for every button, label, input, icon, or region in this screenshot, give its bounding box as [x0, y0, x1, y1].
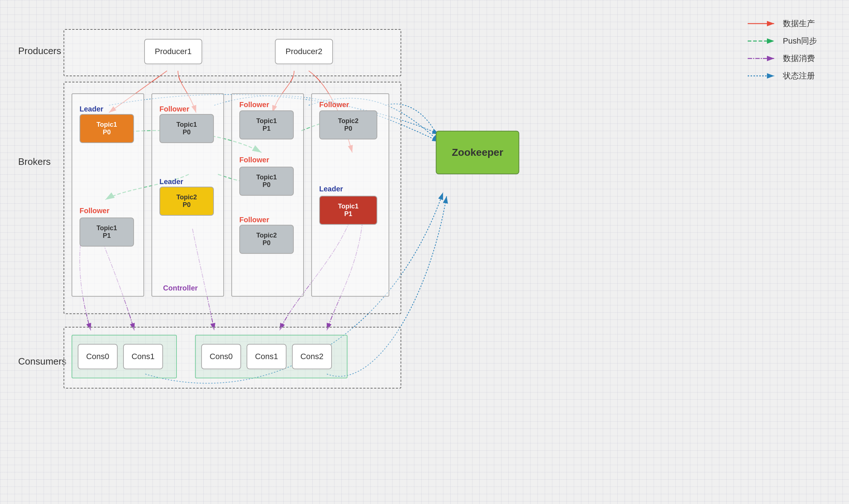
- broker1-p0-follower-label: Follower: [159, 105, 189, 113]
- zookeeper-label: Zookeeper: [452, 147, 503, 158]
- broker0-p1-follower-label: Follower: [80, 207, 109, 215]
- broker3-topic2-p0: Topic2 P0: [319, 110, 377, 139]
- broker1-topic1-p0: Topic1 P0: [159, 114, 214, 143]
- cons2-group2: Cons2: [292, 344, 332, 369]
- legend-label-red: 数据生产: [783, 18, 815, 29]
- broker2-column: Follower Topic1 P1 Follower Topic1 P0 Fo…: [231, 93, 304, 297]
- brokers-label: Brokers: [18, 156, 51, 167]
- broker3-p1-leader-label: Leader: [319, 185, 343, 193]
- broker0-column: Leader Topic1 P0 Follower Topic1 P1: [72, 93, 144, 297]
- legend-item-red: 数据生产: [746, 18, 817, 29]
- legend-item-green: Push同步: [746, 36, 817, 46]
- legend-line-blue: [746, 72, 779, 80]
- broker2-topic1-p1: Topic1 P1: [239, 110, 294, 139]
- consumer-group1: Cons0 Cons1: [72, 335, 177, 378]
- broker0-topic1-p1: Topic1 P1: [80, 218, 134, 247]
- cons0-group1: Cons0: [78, 344, 118, 369]
- producer2-label: Producer2: [285, 47, 322, 56]
- consumers-container: Cons0 Cons1 Cons0 Cons1 Cons2: [64, 327, 401, 389]
- broker2-p0-follower-label: Follower: [239, 101, 269, 109]
- producer1-box: Producer1: [144, 39, 202, 64]
- legend-label-blue: 状态注册: [783, 70, 815, 81]
- legend-label-green: Push同步: [783, 36, 817, 46]
- broker3-topic1-p1: Topic1 P1: [319, 196, 377, 225]
- consumers-label: Consumers: [18, 356, 66, 367]
- producers-container: Producer1 Producer2: [64, 29, 401, 76]
- cons0-group2: Cons0: [201, 344, 241, 369]
- broker0-p0-leader-label: Leader: [80, 105, 103, 113]
- zookeeper-box: Zookeeper: [436, 131, 519, 174]
- broker2-p1-follower-label: Follower: [239, 156, 269, 164]
- cons1-group2: Cons1: [247, 344, 287, 369]
- cons1-group1: Cons1: [123, 344, 163, 369]
- broker3-column: Follower Topic2 P0 Leader Topic1 P1: [311, 93, 389, 297]
- brokers-container: Leader Topic1 P0 Follower Topic1 P1 Foll…: [64, 82, 401, 314]
- broker1-topic2-p0: Topic2 P0: [159, 187, 214, 216]
- legend-item-blue: 状态注册: [746, 70, 817, 81]
- producer2-box: Producer2: [275, 39, 333, 64]
- legend: 数据生产 Push同步 数据消费: [746, 18, 817, 81]
- broker1-column: Follower Topic1 P0 Leader Topic2 P0 Cont…: [151, 93, 224, 297]
- legend-item-purple: 数据消费: [746, 53, 817, 64]
- legend-label-purple: 数据消费: [783, 53, 815, 64]
- producers-label: Producers: [18, 45, 61, 57]
- broker1-p1-leader-label: Leader: [159, 178, 183, 186]
- broker1-controller-label: Controller: [163, 284, 198, 292]
- producer1-label: Producer1: [155, 47, 192, 56]
- legend-line-green: [746, 37, 779, 45]
- main-container: 数据生产 Push同步 数据消费: [11, 11, 839, 490]
- consumer-group2: Cons0 Cons1 Cons2: [195, 335, 348, 378]
- broker2-p2-follower-label: Follower: [239, 216, 269, 224]
- broker3-p0-follower-label: Follower: [319, 101, 349, 109]
- legend-line-purple: [746, 55, 779, 62]
- broker0-topic1-p0: Topic1 P0: [80, 114, 134, 143]
- broker2-topic2-p0: Topic2 P0: [239, 225, 294, 254]
- legend-line-red: [746, 20, 779, 27]
- broker2-topic1-p0: Topic1 P0: [239, 167, 294, 196]
